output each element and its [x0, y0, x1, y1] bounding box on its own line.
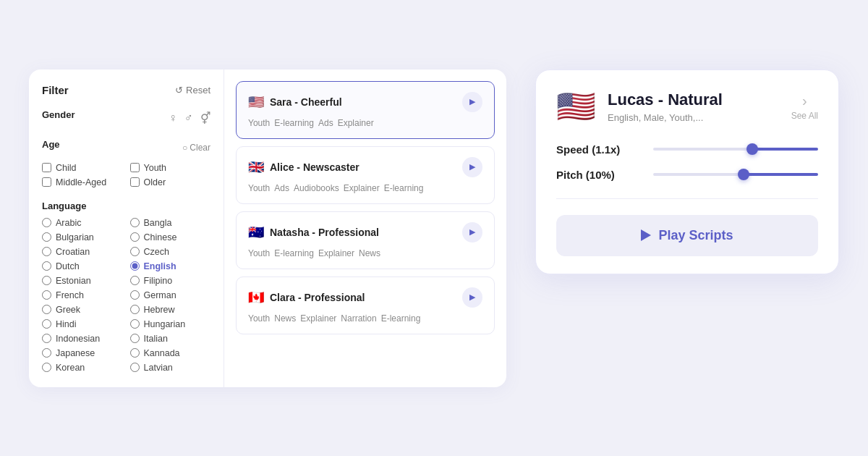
lang-chinese[interactable]: Chinese — [130, 232, 211, 242]
tag-3-0: Youth — [248, 313, 270, 324]
chevron-right-icon: › — [802, 93, 807, 109]
voice-card-0[interactable]: 🇺🇸 Sara - Cheerful ▶ Youth E-learning Ad… — [236, 81, 495, 139]
voice-list: 🇺🇸 Sara - Cheerful ▶ Youth E-learning Ad… — [224, 69, 506, 387]
tag-1-4: E-learning — [384, 183, 424, 193]
age-youth-item[interactable]: Youth — [130, 163, 211, 173]
voice-card-header-2: 🇦🇺 Natasha - Professional ▶ — [248, 222, 482, 242]
lang-japanese[interactable]: Japanese — [42, 348, 123, 358]
voice-card-1[interactable]: 🇬🇧 Alice - Newscaster ▶ Youth Ads Audiob… — [236, 146, 495, 204]
gender-row: Gender ♀ ♂ ⚥ — [42, 109, 210, 127]
age-older-checkbox[interactable] — [130, 177, 140, 187]
voice-tags-2: Youth E-learning Explainer News — [248, 248, 482, 258]
tag-2-0: Youth — [248, 248, 270, 258]
tag-1-3: Explainer — [344, 183, 380, 193]
tag-0-3: Explainer — [338, 118, 374, 128]
age-title: Age — [42, 139, 60, 150]
lang-german[interactable]: German — [130, 290, 211, 300]
lang-bulgarian[interactable]: Bulgarian — [42, 232, 123, 242]
tag-1-1: Ads — [274, 183, 289, 193]
tag-0-2: Ads — [318, 118, 333, 128]
lang-czech[interactable]: Czech — [130, 247, 211, 257]
female-icon[interactable]: ♀ — [169, 111, 177, 125]
male-icon[interactable]: ♂ — [184, 111, 193, 125]
voice-play-btn-1[interactable]: ▶ — [462, 157, 482, 177]
voice-flag-3: 🇨🇦 — [248, 290, 264, 305]
voice-flag-2: 🇦🇺 — [248, 224, 264, 240]
lang-english[interactable]: English — [130, 261, 211, 271]
lang-hungarian[interactable]: Hungarian — [130, 319, 211, 329]
lang-greek[interactable]: Greek — [42, 305, 123, 315]
lang-french[interactable]: French — [42, 290, 123, 300]
circle-icon: ○ — [182, 143, 187, 153]
age-middleaged-item[interactable]: Middle-Aged — [42, 177, 123, 187]
voice-card-header-3: 🇨🇦 Clara - Professional ▶ — [248, 287, 482, 308]
see-all-group[interactable]: › See All — [791, 93, 818, 121]
speed-slider-track[interactable] — [653, 148, 818, 151]
voice-detail-header: 🇺🇸 Lucas - Natural English, Male, Youth,… — [556, 90, 818, 123]
voice-tags-0: Youth E-learning Ads Explainer — [248, 118, 482, 128]
play-scripts-button[interactable]: Play Scripts — [556, 215, 818, 256]
speed-control-row: Speed (1.1x) — [556, 143, 818, 156]
voice-play-btn-3[interactable]: ▶ — [462, 287, 482, 308]
voice-tags-1: Youth Ads Audiobooks Explainer E-learnin… — [248, 183, 482, 193]
voice-info: Lucas - Natural English, Male, Youth,... — [608, 90, 780, 123]
language-grid: Arabic Bangla Bulgarian Chinese Croatian… — [42, 218, 210, 373]
voice-flag-1: 🇬🇧 — [248, 159, 264, 175]
age-header: Age ○ Clear — [42, 139, 210, 157]
tag-1-2: Audiobooks — [294, 183, 339, 193]
gender-icons: ♀ ♂ ⚥ — [169, 111, 210, 125]
speed-slider-thumb[interactable] — [746, 143, 758, 155]
lang-kannada[interactable]: Kannada — [130, 348, 211, 358]
voice-play-btn-0[interactable]: ▶ — [462, 92, 482, 112]
tag-2-3: News — [359, 248, 380, 258]
tag-3-3: Narration — [341, 313, 376, 324]
tag-3-2: Explainer — [300, 313, 336, 324]
lang-estonian[interactable]: Estonian — [42, 276, 123, 286]
age-older-item[interactable]: Older — [130, 177, 211, 187]
voice-name-2: Natasha - Professional — [270, 227, 379, 238]
age-child-checkbox[interactable] — [42, 163, 51, 172]
voice-name-3: Clara - Professional — [270, 292, 365, 303]
clear-button[interactable]: ○ Clear — [182, 143, 210, 153]
tag-1-0: Youth — [248, 183, 270, 193]
lang-filipino[interactable]: Filipino — [130, 276, 211, 286]
tag-0-0: Youth — [248, 118, 270, 128]
lang-croatian[interactable]: Croatian — [42, 247, 123, 257]
lang-bangla[interactable]: Bangla — [130, 218, 211, 228]
reset-button[interactable]: ↺ Reset — [175, 85, 210, 96]
clear-label: Clear — [190, 143, 210, 153]
other-gender-icon[interactable]: ⚥ — [200, 111, 210, 125]
voice-card-3[interactable]: 🇨🇦 Clara - Professional ▶ Youth News Exp… — [236, 276, 495, 334]
voice-name-row-0: 🇺🇸 Sara - Cheerful — [248, 94, 342, 110]
voice-play-btn-2[interactable]: ▶ — [462, 222, 482, 242]
voice-name-row-2: 🇦🇺 Natasha - Professional — [248, 224, 379, 240]
pitch-slider-thumb[interactable] — [738, 169, 749, 180]
lang-arabic[interactable]: Arabic — [42, 218, 123, 228]
detail-name: Lucas - Natural — [608, 90, 780, 109]
age-youth-checkbox[interactable] — [130, 163, 140, 172]
gender-title: Gender — [42, 109, 75, 120]
lang-latvian[interactable]: Latvian — [130, 363, 211, 373]
age-middleaged-label: Middle-Aged — [56, 177, 106, 187]
age-section: Age ○ Clear Child Youth — [42, 139, 210, 187]
speed-label: Speed (1.1x) — [556, 143, 643, 156]
lang-italian[interactable]: Italian — [130, 334, 211, 344]
divider — [556, 198, 818, 199]
lang-hindi[interactable]: Hindi — [42, 319, 123, 329]
lang-korean[interactable]: Korean — [42, 363, 123, 373]
lang-indonesian[interactable]: Indonesian — [42, 334, 123, 344]
see-all-label: See All — [791, 111, 818, 121]
pitch-slider-track[interactable] — [653, 173, 818, 176]
voice-card-header-0: 🇺🇸 Sara - Cheerful ▶ — [248, 92, 482, 112]
lang-hebrew[interactable]: Hebrew — [130, 305, 211, 315]
lang-dutch[interactable]: Dutch — [42, 261, 123, 271]
age-child-item[interactable]: Child — [42, 163, 123, 173]
voice-tags-3: Youth News Explainer Narration E-learnin… — [248, 313, 482, 324]
right-panel: 🇺🇸 Lucas - Natural English, Male, Youth,… — [535, 69, 839, 274]
filter-header: Filter ↺ Reset — [42, 84, 210, 96]
voice-card-2[interactable]: 🇦🇺 Natasha - Professional ▶ Youth E-lear… — [236, 211, 495, 269]
tag-3-4: E-learning — [381, 313, 421, 324]
voice-name-row-1: 🇬🇧 Alice - Newscaster — [248, 159, 359, 175]
age-middleaged-checkbox[interactable] — [42, 177, 51, 187]
gender-section: Gender ♀ ♂ ⚥ — [42, 109, 210, 127]
